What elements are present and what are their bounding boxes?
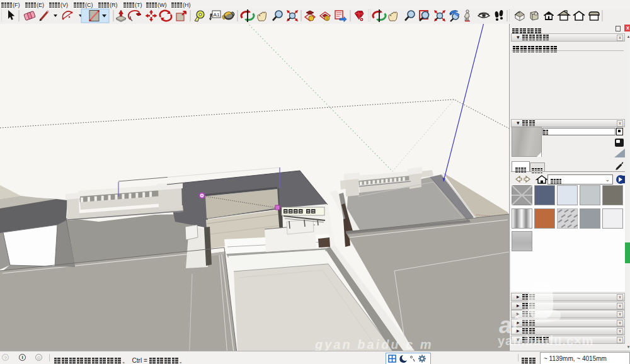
svg-text:A1: A1: [214, 12, 220, 18]
